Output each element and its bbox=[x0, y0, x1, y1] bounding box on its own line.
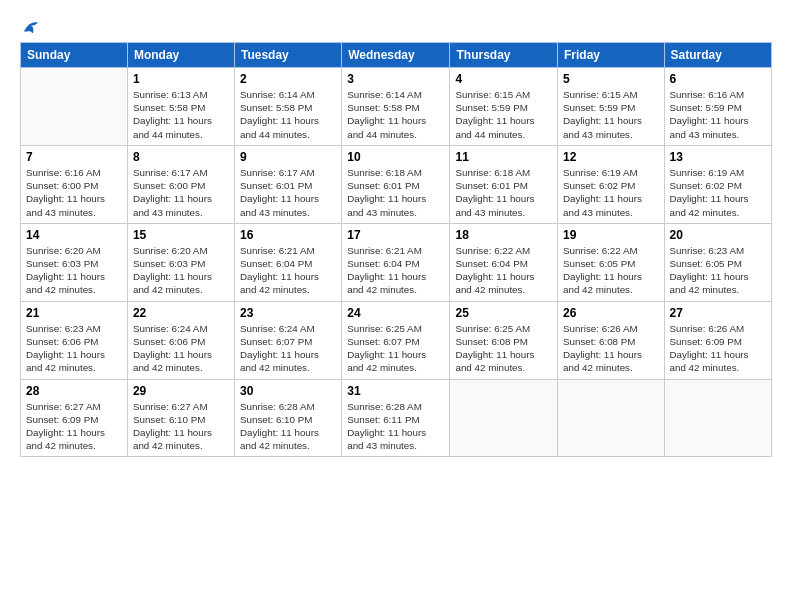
calendar-week-5: 28Sunrise: 6:27 AMSunset: 6:09 PMDayligh… bbox=[21, 379, 772, 457]
day-info: Sunrise: 6:24 AMSunset: 6:06 PMDaylight:… bbox=[133, 322, 229, 375]
day-number: 31 bbox=[347, 384, 444, 398]
day-info: Sunrise: 6:25 AMSunset: 6:07 PMDaylight:… bbox=[347, 322, 444, 375]
day-info: Sunrise: 6:26 AMSunset: 6:08 PMDaylight:… bbox=[563, 322, 659, 375]
day-info: Sunrise: 6:19 AMSunset: 6:02 PMDaylight:… bbox=[563, 166, 659, 219]
day-number: 20 bbox=[670, 228, 766, 242]
calendar-cell: 28Sunrise: 6:27 AMSunset: 6:09 PMDayligh… bbox=[21, 379, 128, 457]
day-number: 15 bbox=[133, 228, 229, 242]
calendar-week-4: 21Sunrise: 6:23 AMSunset: 6:06 PMDayligh… bbox=[21, 301, 772, 379]
day-number: 25 bbox=[455, 306, 552, 320]
day-number: 23 bbox=[240, 306, 336, 320]
day-info: Sunrise: 6:24 AMSunset: 6:07 PMDaylight:… bbox=[240, 322, 336, 375]
calendar-cell: 18Sunrise: 6:22 AMSunset: 6:04 PMDayligh… bbox=[450, 223, 558, 301]
calendar-week-3: 14Sunrise: 6:20 AMSunset: 6:03 PMDayligh… bbox=[21, 223, 772, 301]
calendar-cell: 7Sunrise: 6:16 AMSunset: 6:00 PMDaylight… bbox=[21, 145, 128, 223]
day-number: 6 bbox=[670, 72, 766, 86]
calendar-cell: 15Sunrise: 6:20 AMSunset: 6:03 PMDayligh… bbox=[127, 223, 234, 301]
calendar-cell: 11Sunrise: 6:18 AMSunset: 6:01 PMDayligh… bbox=[450, 145, 558, 223]
day-info: Sunrise: 6:21 AMSunset: 6:04 PMDaylight:… bbox=[347, 244, 444, 297]
day-info: Sunrise: 6:17 AMSunset: 6:01 PMDaylight:… bbox=[240, 166, 336, 219]
calendar-cell: 31Sunrise: 6:28 AMSunset: 6:11 PMDayligh… bbox=[342, 379, 450, 457]
calendar-cell: 22Sunrise: 6:24 AMSunset: 6:06 PMDayligh… bbox=[127, 301, 234, 379]
day-number: 8 bbox=[133, 150, 229, 164]
calendar-cell bbox=[450, 379, 558, 457]
calendar-cell: 13Sunrise: 6:19 AMSunset: 6:02 PMDayligh… bbox=[664, 145, 771, 223]
calendar-cell: 27Sunrise: 6:26 AMSunset: 6:09 PMDayligh… bbox=[664, 301, 771, 379]
day-number: 9 bbox=[240, 150, 336, 164]
day-number: 30 bbox=[240, 384, 336, 398]
calendar-cell: 1Sunrise: 6:13 AMSunset: 5:58 PMDaylight… bbox=[127, 68, 234, 146]
page-header bbox=[20, 18, 772, 32]
day-number: 18 bbox=[455, 228, 552, 242]
day-number: 2 bbox=[240, 72, 336, 86]
day-info: Sunrise: 6:17 AMSunset: 6:00 PMDaylight:… bbox=[133, 166, 229, 219]
calendar-cell: 2Sunrise: 6:14 AMSunset: 5:58 PMDaylight… bbox=[235, 68, 342, 146]
day-number: 27 bbox=[670, 306, 766, 320]
calendar-cell: 29Sunrise: 6:27 AMSunset: 6:10 PMDayligh… bbox=[127, 379, 234, 457]
day-info: Sunrise: 6:28 AMSunset: 6:11 PMDaylight:… bbox=[347, 400, 444, 453]
calendar-cell: 14Sunrise: 6:20 AMSunset: 6:03 PMDayligh… bbox=[21, 223, 128, 301]
day-number: 7 bbox=[26, 150, 122, 164]
calendar-cell: 16Sunrise: 6:21 AMSunset: 6:04 PMDayligh… bbox=[235, 223, 342, 301]
calendar-cell: 12Sunrise: 6:19 AMSunset: 6:02 PMDayligh… bbox=[558, 145, 665, 223]
calendar-cell: 19Sunrise: 6:22 AMSunset: 6:05 PMDayligh… bbox=[558, 223, 665, 301]
day-number: 10 bbox=[347, 150, 444, 164]
day-info: Sunrise: 6:16 AMSunset: 5:59 PMDaylight:… bbox=[670, 88, 766, 141]
calendar-cell: 6Sunrise: 6:16 AMSunset: 5:59 PMDaylight… bbox=[664, 68, 771, 146]
day-info: Sunrise: 6:28 AMSunset: 6:10 PMDaylight:… bbox=[240, 400, 336, 453]
day-number: 4 bbox=[455, 72, 552, 86]
day-number: 1 bbox=[133, 72, 229, 86]
weekday-header-friday: Friday bbox=[558, 43, 665, 68]
day-info: Sunrise: 6:22 AMSunset: 6:05 PMDaylight:… bbox=[563, 244, 659, 297]
day-number: 22 bbox=[133, 306, 229, 320]
calendar-cell bbox=[664, 379, 771, 457]
calendar-cell bbox=[558, 379, 665, 457]
calendar-week-1: 1Sunrise: 6:13 AMSunset: 5:58 PMDaylight… bbox=[21, 68, 772, 146]
day-info: Sunrise: 6:16 AMSunset: 6:00 PMDaylight:… bbox=[26, 166, 122, 219]
day-number: 28 bbox=[26, 384, 122, 398]
day-number: 3 bbox=[347, 72, 444, 86]
day-number: 29 bbox=[133, 384, 229, 398]
day-info: Sunrise: 6:25 AMSunset: 6:08 PMDaylight:… bbox=[455, 322, 552, 375]
weekday-header-row: SundayMondayTuesdayWednesdayThursdayFrid… bbox=[21, 43, 772, 68]
calendar-cell: 4Sunrise: 6:15 AMSunset: 5:59 PMDaylight… bbox=[450, 68, 558, 146]
day-info: Sunrise: 6:23 AMSunset: 6:06 PMDaylight:… bbox=[26, 322, 122, 375]
page-container: SundayMondayTuesdayWednesdayThursdayFrid… bbox=[0, 0, 792, 467]
day-info: Sunrise: 6:15 AMSunset: 5:59 PMDaylight:… bbox=[455, 88, 552, 141]
day-info: Sunrise: 6:20 AMSunset: 6:03 PMDaylight:… bbox=[26, 244, 122, 297]
day-info: Sunrise: 6:15 AMSunset: 5:59 PMDaylight:… bbox=[563, 88, 659, 141]
day-info: Sunrise: 6:20 AMSunset: 6:03 PMDaylight:… bbox=[133, 244, 229, 297]
weekday-header-monday: Monday bbox=[127, 43, 234, 68]
day-info: Sunrise: 6:14 AMSunset: 5:58 PMDaylight:… bbox=[347, 88, 444, 141]
day-number: 16 bbox=[240, 228, 336, 242]
weekday-header-saturday: Saturday bbox=[664, 43, 771, 68]
calendar-week-2: 7Sunrise: 6:16 AMSunset: 6:00 PMDaylight… bbox=[21, 145, 772, 223]
logo-bird-icon bbox=[22, 18, 40, 36]
day-number: 26 bbox=[563, 306, 659, 320]
calendar-cell: 5Sunrise: 6:15 AMSunset: 5:59 PMDaylight… bbox=[558, 68, 665, 146]
day-number: 11 bbox=[455, 150, 552, 164]
day-info: Sunrise: 6:18 AMSunset: 6:01 PMDaylight:… bbox=[347, 166, 444, 219]
day-info: Sunrise: 6:21 AMSunset: 6:04 PMDaylight:… bbox=[240, 244, 336, 297]
calendar-cell: 9Sunrise: 6:17 AMSunset: 6:01 PMDaylight… bbox=[235, 145, 342, 223]
calendar-table: SundayMondayTuesdayWednesdayThursdayFrid… bbox=[20, 42, 772, 457]
day-info: Sunrise: 6:27 AMSunset: 6:10 PMDaylight:… bbox=[133, 400, 229, 453]
day-number: 17 bbox=[347, 228, 444, 242]
weekday-header-thursday: Thursday bbox=[450, 43, 558, 68]
calendar-cell: 26Sunrise: 6:26 AMSunset: 6:08 PMDayligh… bbox=[558, 301, 665, 379]
day-number: 21 bbox=[26, 306, 122, 320]
calendar-cell: 21Sunrise: 6:23 AMSunset: 6:06 PMDayligh… bbox=[21, 301, 128, 379]
day-number: 24 bbox=[347, 306, 444, 320]
day-info: Sunrise: 6:19 AMSunset: 6:02 PMDaylight:… bbox=[670, 166, 766, 219]
logo bbox=[20, 18, 40, 32]
day-number: 12 bbox=[563, 150, 659, 164]
day-number: 13 bbox=[670, 150, 766, 164]
day-info: Sunrise: 6:18 AMSunset: 6:01 PMDaylight:… bbox=[455, 166, 552, 219]
calendar-cell bbox=[21, 68, 128, 146]
day-info: Sunrise: 6:26 AMSunset: 6:09 PMDaylight:… bbox=[670, 322, 766, 375]
calendar-cell: 10Sunrise: 6:18 AMSunset: 6:01 PMDayligh… bbox=[342, 145, 450, 223]
weekday-header-sunday: Sunday bbox=[21, 43, 128, 68]
calendar-cell: 24Sunrise: 6:25 AMSunset: 6:07 PMDayligh… bbox=[342, 301, 450, 379]
calendar-cell: 23Sunrise: 6:24 AMSunset: 6:07 PMDayligh… bbox=[235, 301, 342, 379]
calendar-cell: 8Sunrise: 6:17 AMSunset: 6:00 PMDaylight… bbox=[127, 145, 234, 223]
